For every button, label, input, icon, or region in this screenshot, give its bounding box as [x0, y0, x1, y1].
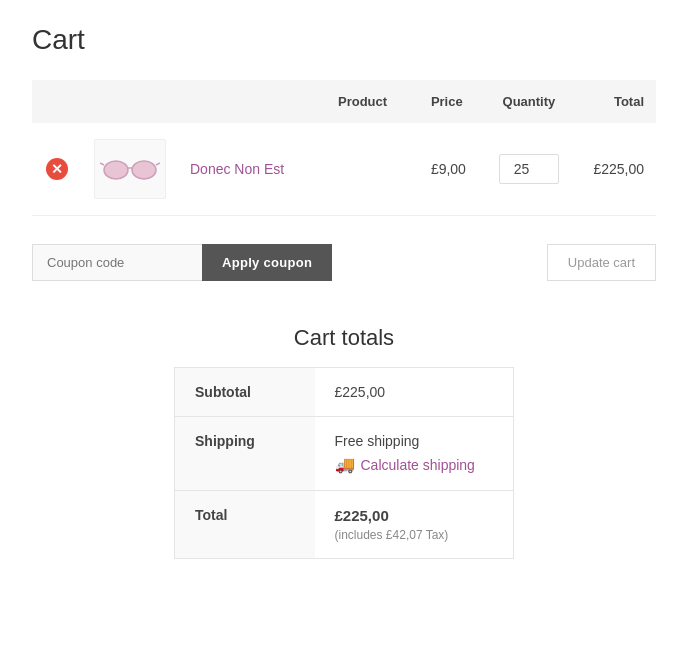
truck-icon: 🚚 [335, 455, 355, 474]
product-name-link[interactable]: Donec Non Est [190, 161, 284, 177]
coupon-row: Apply coupon Update cart [32, 232, 656, 293]
subtotal-row: Subtotal £225,00 [175, 368, 514, 417]
svg-point-0 [104, 161, 128, 179]
page-title: Cart [32, 24, 656, 56]
table-row: ✕ [32, 123, 656, 216]
cart-totals-title: Cart totals [174, 325, 514, 351]
quantity-input[interactable] [499, 154, 559, 184]
subtotal-value: £225,00 [315, 368, 514, 417]
cart-totals-container: Cart totals Subtotal £225,00 Shipping Fr… [174, 325, 514, 559]
col-header-total: Total [575, 80, 656, 123]
svg-line-4 [156, 163, 160, 165]
product-total: £225,00 [575, 123, 656, 216]
coupon-form: Apply coupon [32, 244, 332, 281]
product-price: £9,00 [419, 123, 483, 216]
coupon-input[interactable] [32, 244, 202, 281]
total-value: £225,00 [335, 507, 494, 524]
free-shipping-text: Free shipping [335, 433, 494, 449]
update-cart-button[interactable]: Update cart [547, 244, 656, 281]
cart-table: Product Price Quantity Total ✕ [32, 80, 656, 216]
tax-note: (includes £42,07 Tax) [335, 528, 494, 542]
col-header-product: Product [178, 80, 419, 123]
svg-line-3 [100, 163, 104, 165]
shipping-row: Shipping Free shipping 🚚 Calculate shipp… [175, 417, 514, 491]
svg-point-1 [132, 161, 156, 179]
apply-coupon-button[interactable]: Apply coupon [202, 244, 332, 281]
calculate-shipping-link[interactable]: 🚚 Calculate shipping [335, 455, 494, 474]
remove-item-button[interactable]: ✕ [46, 158, 68, 180]
total-row: Total £225,00 (includes £42,07 Tax) [175, 491, 514, 559]
totals-table: Subtotal £225,00 Shipping Free shipping … [174, 367, 514, 559]
shipping-cell: Free shipping 🚚 Calculate shipping [315, 417, 514, 491]
calculate-shipping-label: Calculate shipping [361, 457, 475, 473]
total-label: Total [175, 491, 315, 559]
col-header-quantity: Quantity [483, 80, 575, 123]
shipping-label: Shipping [175, 417, 315, 491]
total-cell: £225,00 (includes £42,07 Tax) [315, 491, 514, 559]
col-header-price: Price [419, 80, 483, 123]
cart-totals-section: Cart totals Subtotal £225,00 Shipping Fr… [32, 325, 656, 559]
product-image [94, 139, 166, 199]
subtotal-label: Subtotal [175, 368, 315, 417]
